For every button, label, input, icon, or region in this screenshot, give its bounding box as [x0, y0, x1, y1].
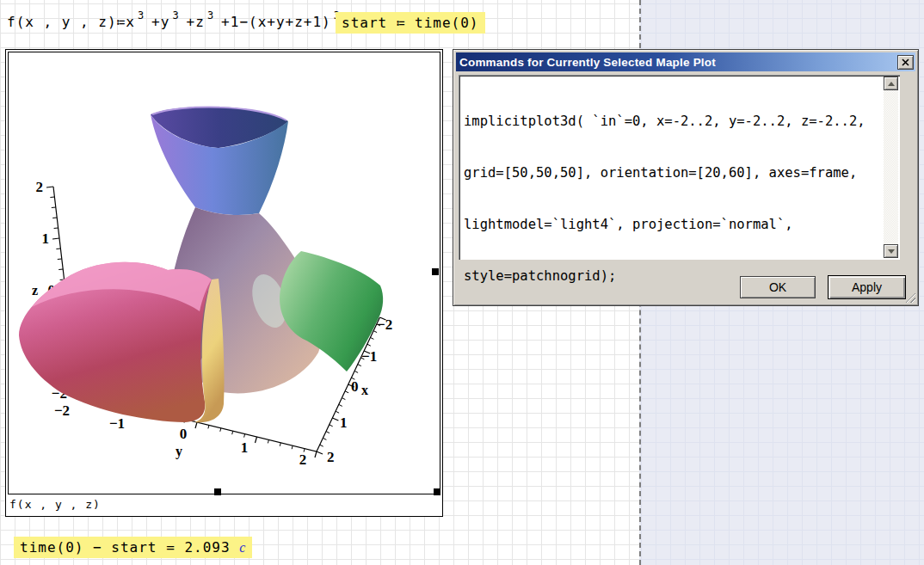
vertical-scrollbar[interactable]	[884, 77, 898, 258]
x-axis-label: x	[361, 383, 368, 397]
z-tick-1: 1	[42, 230, 50, 247]
close-icon	[902, 58, 909, 66]
code-line-2: grid=[50,50,50], orientation=[20,60], ax…	[464, 164, 881, 181]
dialog-titlebar[interactable]: Commands for Currently Selected Maple Pl…	[456, 52, 915, 71]
z-axis-label: z	[32, 283, 38, 298]
assign-symbol: ≔	[117, 14, 126, 30]
apply-button[interactable]: Apply	[828, 275, 906, 299]
scroll-down-button[interactable]	[884, 244, 898, 258]
plot-caption: f(x , y , z)	[9, 498, 101, 511]
implicit-surface	[19, 107, 383, 422]
x-tick-1: 1	[340, 415, 348, 431]
start-timer-expression[interactable]: start ≔ time(0)	[336, 12, 485, 34]
maple-plot-commands-dialog: Commands for Currently Selected Maple Pl…	[453, 49, 919, 306]
term-y: +y	[151, 14, 169, 30]
exponent: 3	[172, 9, 178, 21]
x-tick-2: 2	[327, 449, 335, 465]
exponent: 3	[207, 9, 213, 21]
command-text-area[interactable]: implicitplot3d( `in`=0, x=-2..2, y=-2..2…	[459, 75, 900, 260]
close-button[interactable]	[897, 55, 914, 70]
dialog-title: Commands for Currently Selected Maple Pl…	[456, 56, 897, 69]
plot-3d-surface-svg: 2 1 0 −1 −2 z −2 −1 0 1 2 y 2 1 0 −1 −2 …	[9, 52, 440, 494]
code-line-1: implicitplot3d( `in`=0, x=-2..2, y=-2..2…	[464, 113, 881, 130]
scroll-up-button[interactable]	[884, 77, 898, 90]
y-tick-2: 2	[299, 451, 307, 468]
function-definition[interactable]: f(x , y , z)≔x3+y3+z3+1−(x+y+z+1)3	[7, 14, 348, 36]
scroll-down-icon	[888, 249, 895, 254]
y-tick-m2: −2	[54, 402, 70, 419]
definition-lhs: f(x , y , z)	[7, 14, 117, 30]
y-tick-m1: −1	[109, 415, 125, 432]
resize-handle-right[interactable]	[432, 268, 439, 275]
elapsed-time-expression[interactable]: time(0) − start = 2.093 c	[14, 537, 252, 558]
term-x: x	[126, 14, 135, 30]
scroll-up-icon	[888, 82, 895, 86]
y-tick-1: 1	[241, 439, 249, 456]
resize-handle-bottom-right[interactable]	[434, 488, 440, 495]
exponent: 3	[138, 9, 144, 21]
x-tick-m2: −2	[377, 316, 392, 333]
x-tick-0: 0	[351, 378, 359, 395]
maple-plot-object[interactable]: 2 1 0 −1 −2 z −2 −1 0 1 2 y 2 1 0 −1 −2 …	[5, 49, 443, 517]
command-text[interactable]: implicitplot3d( `in`=0, x=-2..2, y=-2..2…	[464, 78, 881, 319]
resize-handle-bottom[interactable]	[214, 488, 221, 495]
x-tick-m1: −1	[361, 348, 377, 365]
start-chip-text: start ≔ time(0)	[342, 15, 479, 31]
y-tick-0: 0	[180, 426, 188, 442]
code-line-3: lightmodel=`light4`, projection=`normal`…	[464, 216, 881, 233]
elapsed-time-text: time(0) − start = 2.093	[20, 539, 231, 556]
code-line-4: style=patchnogrid);	[464, 267, 881, 285]
plot-canvas[interactable]: 2 1 0 −1 −2 z −2 −1 0 1 2 y 2 1 0 −1 −2 …	[8, 52, 440, 494]
y-axis-label: y	[176, 444, 182, 459]
z-tick-2: 2	[36, 179, 44, 195]
elapsed-time-unit: c	[239, 540, 246, 555]
term-rest: +1−(x+y+z+1)	[221, 14, 331, 30]
ok-button[interactable]: OK	[740, 276, 816, 298]
term-z: +z	[187, 14, 205, 30]
